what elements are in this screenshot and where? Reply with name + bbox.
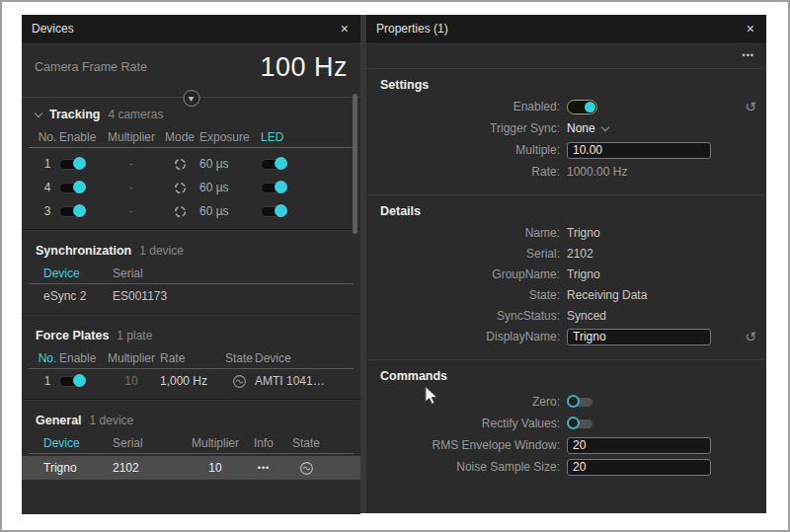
rms-envelope-input[interactable] <box>567 437 711 454</box>
enable-toggle[interactable] <box>59 183 86 193</box>
camera-number: 3 <box>36 204 59 218</box>
zero-label: Zero: <box>366 395 560 409</box>
more-options-icon[interactable]: ••• <box>743 50 754 60</box>
chevron-down-icon <box>35 110 42 117</box>
synchronization-section-header[interactable]: Synchronization 1 device <box>22 238 360 264</box>
general-rows: Trigno 2102 10 ••• <box>22 456 360 480</box>
led-toggle[interactable] <box>261 206 287 217</box>
serial-label: Serial: <box>366 247 560 261</box>
col-multiplier: Multiplier <box>188 436 243 450</box>
syncstatus-row: SyncStatus: Synced <box>366 305 766 326</box>
general-table-header: Device Serial Multiplier Info State <box>22 433 360 453</box>
camera-number: 4 <box>36 181 59 194</box>
tracking-mode-icon[interactable] <box>174 158 187 171</box>
close-icon[interactable]: × <box>339 22 351 36</box>
displayname-label: DisplayName: <box>366 330 560 343</box>
led-toggle[interactable] <box>261 159 287 170</box>
name-row: Name: Trigno <box>366 222 766 243</box>
trigger-sync-dropdown[interactable]: None <box>567 121 595 135</box>
multiplier-value: - <box>103 181 160 194</box>
commands-section-title: Commands <box>366 360 766 387</box>
state-signal-icon <box>232 374 247 389</box>
zero-toggle[interactable] <box>571 398 592 407</box>
noise-sample-label: Noise Sample Size: <box>366 460 560 474</box>
col-device: Device <box>255 351 328 365</box>
tracking-title: Tracking <box>49 108 100 121</box>
synchronization-title: Synchronization <box>36 244 131 258</box>
enabled-toggle[interactable] <box>567 100 597 114</box>
exposure-value: 60 µs <box>199 181 261 194</box>
undo-icon[interactable]: ↺ <box>745 100 756 114</box>
col-no: No. <box>36 351 59 365</box>
chevron-down-icon <box>600 123 608 131</box>
undo-icon[interactable]: ↺ <box>745 330 756 343</box>
mouse-cursor <box>425 386 438 406</box>
groupname-label: GroupName: <box>366 267 560 281</box>
state-label: State: <box>366 288 560 302</box>
enable-toggle[interactable] <box>59 206 86 217</box>
tracking-count: 4 cameras <box>108 108 163 121</box>
col-no: No. <box>36 130 59 144</box>
exposure-value: 60 µs <box>199 157 261 171</box>
properties-panel-title: Properties (1) <box>376 22 448 36</box>
rate-label: Rate: <box>366 165 560 179</box>
multiplier-value: 10 <box>103 374 160 388</box>
details-section-title: Details <box>366 195 766 222</box>
device-serial: 2102 <box>113 461 188 475</box>
table-row-selected[interactable]: Trigno 2102 10 ••• <box>22 456 360 480</box>
section-divider <box>22 229 360 230</box>
syncstatus-value: Synced <box>567 309 606 323</box>
synchronization-count: 1 device <box>139 244 184 258</box>
col-multiplier: Multiplier <box>103 130 160 144</box>
device-name: AMTI 1041… <box>255 374 328 388</box>
col-multiplier: Multiplier <box>103 351 160 365</box>
tracking-rows: 1 - 60 µs 4 - 60 µs 3 - 60 µs <box>22 152 360 223</box>
info-menu-icon[interactable]: ••• <box>243 463 284 473</box>
force-plates-section-header[interactable]: Force Plates 1 plate <box>22 323 360 348</box>
noise-sample-input[interactable] <box>567 459 711 476</box>
section-divider <box>22 399 360 400</box>
rate-row: Rate: 1000.00 Hz <box>366 161 766 183</box>
general-count: 1 device <box>90 414 134 427</box>
serial-value: 2102 <box>567 247 593 261</box>
device-name: Trigno <box>43 461 113 475</box>
force-plates-title: Force Plates <box>36 329 109 342</box>
tracking-mode-icon[interactable] <box>174 205 187 218</box>
enable-toggle[interactable] <box>59 159 86 170</box>
enable-toggle[interactable] <box>59 376 86 387</box>
table-row[interactable]: 1 10 1,000 Hz AMTI 1041… <box>22 369 360 393</box>
chevron-down-icon <box>189 97 195 102</box>
devices-panel: Devices × Camera Frame Rate 100 Hz Track… <box>22 15 360 514</box>
tracking-mode-icon[interactable] <box>174 182 187 194</box>
rectify-values-row: Rectify Values: <box>366 413 766 434</box>
displayname-input[interactable] <box>567 329 711 345</box>
rectify-values-toggle[interactable] <box>571 419 592 428</box>
scrollbar-thumb[interactable] <box>353 94 357 234</box>
table-row[interactable]: 4 - 60 µs <box>22 176 360 199</box>
rms-envelope-label: RMS Envelope Window: <box>366 438 560 452</box>
general-section-header[interactable]: General 1 device <box>22 408 360 433</box>
syncstatus-label: SyncStatus: <box>366 309 560 323</box>
table-row[interactable]: 3 - 60 µs <box>22 199 360 223</box>
col-serial: Serial <box>113 266 310 280</box>
col-state: State <box>284 436 328 450</box>
col-led: LED <box>261 130 304 144</box>
close-icon[interactable]: × <box>745 22 756 36</box>
multiple-input[interactable] <box>567 142 711 159</box>
enabled-label: Enabled: <box>366 100 560 114</box>
multiplier-value: - <box>103 204 160 218</box>
col-enable: Enable <box>59 130 103 144</box>
col-info: Info <box>243 436 284 450</box>
properties-titlebar: Properties (1) × <box>366 15 766 42</box>
rate-value: 1,000 Hz <box>160 374 223 388</box>
table-row[interactable]: eSync 2 ES001173 <box>22 284 360 308</box>
rate-value: 1000.00 Hz <box>567 165 627 179</box>
trigger-sync-label: Trigger Sync: <box>366 121 560 135</box>
expander-button[interactable] <box>183 90 199 107</box>
multiplier-value: 10 <box>188 461 243 475</box>
led-toggle[interactable] <box>261 183 287 193</box>
table-row[interactable]: 1 - 60 µs <box>22 152 360 176</box>
col-rate: Rate <box>160 351 223 365</box>
section-divider <box>22 314 360 315</box>
state-row: State: Receiving Data <box>366 284 766 305</box>
